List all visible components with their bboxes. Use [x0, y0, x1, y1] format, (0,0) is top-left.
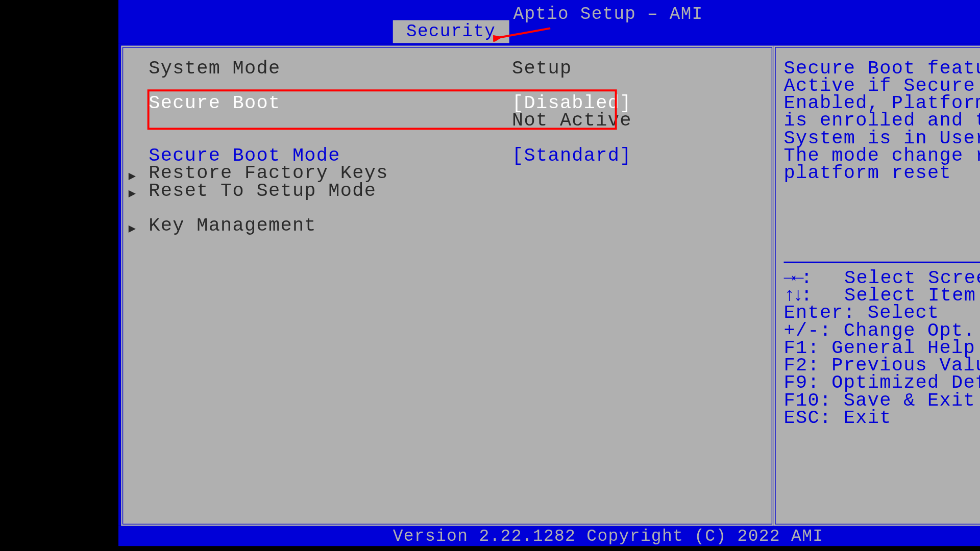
row-reset-setup-mode[interactable]: Reset To Setup Mode	[129, 182, 766, 199]
row-secure-boot-mode[interactable]: Secure Boot Mode [Standard]	[129, 147, 766, 165]
secure-boot-value: [Disabled]	[512, 95, 632, 112]
system-mode-label: System Mode	[149, 60, 512, 77]
bios-setup-screen: Aptio Setup – AMI Security System Mode S…	[118, 0, 980, 548]
system-mode-value: Setup	[512, 60, 572, 77]
tab-security[interactable]: Security	[393, 20, 509, 43]
key-mgmt-label: Key Management	[149, 217, 512, 235]
restore-keys-label: Restore Factory Keys	[149, 165, 512, 182]
footer-text: Version 2.22.1282 Copyright (C) 2022 AMI	[393, 527, 824, 546]
help-divider	[784, 262, 980, 263]
setup-title: Aptio Setup – AMI	[118, 0, 980, 24]
help-panel: Secure Boot feature is Active if Secure …	[774, 46, 980, 526]
secure-boot-mode-label: Secure Boot Mode	[149, 147, 512, 165]
secure-boot-status: Not Active	[512, 112, 632, 130]
secure-boot-mode-value: [Standard]	[512, 147, 632, 165]
key-select-screen: →←: Select Screen	[784, 270, 980, 287]
row-system-mode: System Mode Setup	[129, 60, 766, 77]
reset-setup-label: Reset To Setup Mode	[149, 182, 512, 199]
key-f2: F2: Previous Values	[784, 357, 980, 374]
key-f10: F10: Save & Exit	[784, 392, 980, 409]
key-change-opt: +/-: Change Opt.	[784, 322, 980, 339]
key-enter: Enter: Select	[784, 305, 980, 322]
footer-bar: Version 2.22.1282 Copyright (C) 2022 AMI	[118, 526, 980, 546]
help-text: Secure Boot feature is Active if Secure …	[784, 60, 980, 182]
header-bar: Aptio Setup – AMI Security	[118, 0, 980, 43]
row-secure-boot[interactable]: Secure Boot [Disabled]	[129, 95, 766, 112]
key-esc: ESC: Exit	[784, 410, 980, 427]
key-f1: F1: General Help	[784, 340, 980, 357]
settings-panel: System Mode Setup Secure Boot [Disabled]…	[121, 46, 773, 526]
key-legend: →←: Select Screen ↑↓: Select Item Enter:…	[784, 270, 980, 427]
row-secure-boot-status: Not Active	[129, 112, 766, 130]
secure-boot-label: Secure Boot	[149, 95, 512, 112]
key-f9: F9: Optimized Defaults	[784, 374, 980, 392]
body-area: System Mode Setup Secure Boot [Disabled]…	[118, 43, 980, 525]
row-key-management[interactable]: Key Management	[129, 217, 766, 235]
key-select-item: ↑↓: Select Item	[784, 287, 980, 305]
row-restore-factory-keys[interactable]: Restore Factory Keys	[129, 165, 766, 182]
